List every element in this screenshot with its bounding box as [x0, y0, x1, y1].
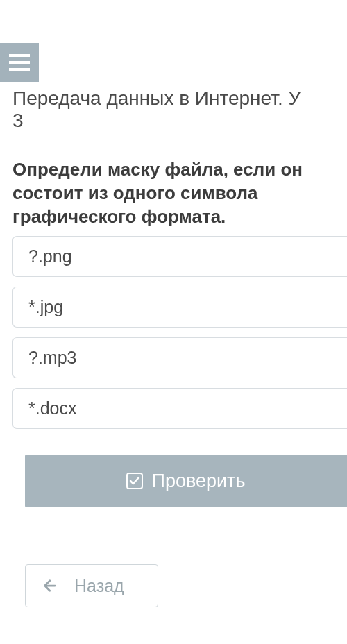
option-label: *.docx	[28, 398, 76, 418]
option-label: *.jpg	[28, 297, 63, 316]
check-button-label: Проверить	[151, 471, 245, 492]
option-3[interactable]: *.docx	[12, 388, 347, 429]
back-button[interactable]: Назад	[25, 564, 158, 607]
menu-button[interactable]	[0, 43, 39, 82]
back-button-label: Назад	[74, 576, 124, 596]
page-title: Передача данных в Интернет. У 3	[12, 87, 347, 132]
option-1[interactable]: *.jpg	[12, 287, 347, 328]
option-0[interactable]: ?.png	[12, 236, 347, 277]
options-list: ?.png *.jpg ?.mp3 *.docx	[12, 236, 347, 439]
option-label: ?.png	[28, 246, 72, 266]
question-text: Определи маску файла, если он состоит из…	[12, 158, 347, 228]
title-line-1: Передача данных в Интернет. У	[12, 87, 301, 109]
svg-rect-2	[9, 68, 30, 71]
title-line-2: 3	[12, 110, 24, 131]
option-label: ?.mp3	[28, 348, 76, 367]
svg-rect-0	[9, 54, 30, 57]
hamburger-icon	[9, 54, 30, 71]
check-button[interactable]: Проверить	[25, 455, 347, 507]
check-icon	[126, 473, 143, 489]
option-2[interactable]: ?.mp3	[12, 337, 347, 378]
svg-rect-1	[9, 61, 30, 64]
arrow-left-icon	[41, 578, 56, 593]
